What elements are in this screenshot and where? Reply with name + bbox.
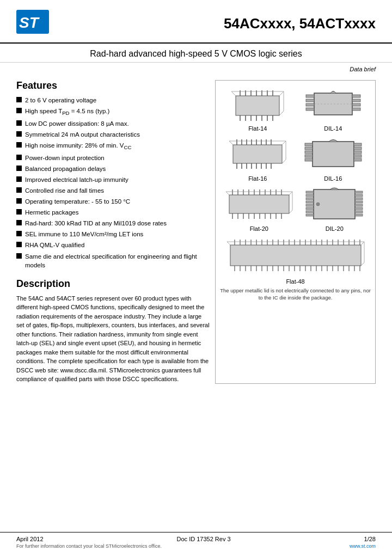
flat48-label: Flat-48 (286, 278, 304, 285)
svg-rect-107 (355, 214, 363, 216)
footer-contact: For further information contact your loc… (16, 543, 162, 549)
bullet-icon (16, 166, 22, 171)
bullet-icon (16, 120, 22, 126)
page-footer: April 2012 Doc ID 17352 Rev 3 1/28 For f… (0, 532, 392, 551)
left-column: Features 2 to 6 V operating voltage High… (16, 80, 210, 384)
list-item: Symmetrical 24 mA output characteristics (16, 130, 210, 139)
svg-rect-64 (354, 158, 362, 161)
bullet-icon (16, 209, 22, 215)
svg-rect-57 (305, 151, 313, 154)
list-item: Operating temperature: - 55 to 150 °C (16, 197, 210, 206)
package-row-3: Flat-20 (220, 185, 371, 232)
svg-rect-22 (314, 93, 352, 115)
svg-line-21 (279, 111, 284, 115)
package-dil16: DIL-16 (301, 135, 366, 182)
bullet-icon (16, 220, 22, 225)
svg-line-162 (361, 262, 364, 266)
svg-rect-54 (313, 142, 354, 167)
flat20-label: Flat-20 (250, 225, 268, 232)
dil14-image (301, 85, 366, 123)
description-text: The 54AC and 54ACT series represent over… (16, 294, 210, 384)
svg-line-90 (289, 210, 292, 213)
footer-row1: April 2012 Doc ID 17352 Rev 3 1/28 (16, 536, 376, 542)
flat14-image (225, 85, 290, 123)
svg-rect-103 (355, 201, 363, 203)
svg-rect-24 (306, 99, 314, 102)
svg-line-18 (279, 91, 284, 96)
bullet-icon (16, 253, 22, 259)
svg-rect-94 (306, 198, 314, 200)
svg-rect-32 (233, 145, 282, 163)
svg-line-87 (289, 192, 292, 195)
svg-rect-96 (306, 204, 314, 206)
svg-line-49 (229, 141, 233, 145)
footer-row2: For further information contact your loc… (16, 543, 376, 549)
svg-rect-27 (352, 95, 360, 97)
flat16-label: Flat-16 (248, 175, 267, 182)
list-item: Balanced propagation delays (16, 164, 210, 173)
dil14-label: DIL-14 (324, 125, 342, 132)
bullet-icon (16, 176, 22, 182)
svg-point-108 (316, 203, 320, 206)
svg-line-17 (231, 91, 236, 96)
package-row-2: Flat-16 (220, 135, 371, 182)
subtitle-text: Rad-hard advanced high-speed 5 V CMOS lo… (90, 49, 302, 58)
svg-rect-101 (355, 194, 363, 197)
header-title-container: 54ACxxxx, 54ACTxxxx (54, 15, 376, 32)
subtitle-bar: Rad-hard advanced high-speed 5 V CMOS lo… (0, 44, 392, 63)
svg-rect-56 (305, 147, 313, 150)
svg-line-53 (282, 160, 286, 163)
svg-rect-23 (306, 95, 314, 97)
svg-rect-91 (314, 189, 355, 219)
svg-rect-105 (355, 207, 363, 210)
list-item: Power-down input protection (16, 154, 210, 162)
flat48-image (225, 235, 366, 276)
list-item: High speed TPD = 4.5 ns (typ.) (16, 107, 210, 117)
st-logo-icon: ST (16, 10, 49, 34)
svg-rect-25 (306, 103, 314, 106)
footer-doc-id: Doc ID 17352 Rev 3 (177, 536, 231, 542)
package-flat48: Flat-48 (225, 235, 366, 285)
svg-rect-100 (355, 191, 363, 193)
svg-line-158 (227, 242, 230, 245)
right-column: Flat-14 (215, 80, 376, 384)
list-item: Same die and electrical specification fo… (16, 252, 210, 270)
package-flat20: Flat-20 (224, 185, 295, 232)
list-item: Hermetic packages (16, 208, 210, 217)
svg-rect-65 (229, 195, 289, 213)
svg-rect-92 (306, 191, 314, 193)
svg-rect-93 (306, 194, 314, 197)
footer-url: www.st.com (350, 543, 376, 549)
svg-rect-28 (352, 99, 360, 102)
svg-rect-55 (305, 143, 313, 146)
chip-title: 54ACxxxx, 54ACTxxxx (224, 15, 376, 32)
bullet-icon (16, 242, 22, 247)
svg-rect-26 (306, 108, 314, 111)
bullet-icon (16, 198, 22, 204)
data-brief-label: Data brief (0, 63, 392, 75)
svg-rect-30 (352, 108, 360, 111)
dil16-label: DIL-16 (324, 175, 342, 182)
svg-line-86 (226, 192, 229, 195)
svg-rect-2 (236, 96, 279, 115)
list-item: Controlled rise and fall times (16, 186, 210, 195)
bullet-icon (16, 131, 22, 137)
package-flat16: Flat-16 (225, 135, 290, 182)
list-item: Improved electrical latch-up immunity (16, 175, 210, 184)
bullet-icon (16, 108, 22, 113)
list-item: Low DC power dissipation: 8 µA max. (16, 119, 210, 128)
flat20-image (224, 185, 295, 223)
list-item: Rad-hard: 300 kRad TID at any Mil1019 do… (16, 219, 210, 228)
footer-page: 1/28 (364, 536, 376, 542)
list-item: 2 to 6 V operating voltage (16, 96, 210, 105)
logo: ST (16, 10, 54, 37)
package-dil14: DIL-14 (301, 85, 366, 132)
svg-line-159 (361, 242, 364, 245)
svg-rect-95 (306, 201, 314, 203)
svg-rect-98 (306, 211, 314, 213)
svg-rect-102 (355, 198, 363, 200)
svg-rect-99 (306, 214, 314, 216)
svg-rect-62 (354, 151, 362, 154)
main-content: Features 2 to 6 V operating voltage High… (0, 75, 392, 389)
svg-rect-59 (305, 158, 313, 161)
